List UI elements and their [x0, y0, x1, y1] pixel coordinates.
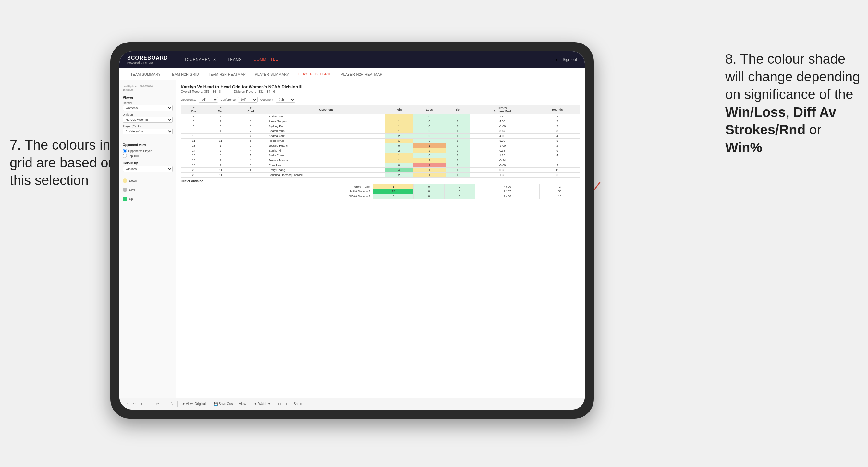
table-row: 633 Sydney Kuo 100 -1.003: [181, 124, 580, 129]
toolbar-view-original[interactable]: 👁 View: Original: [180, 401, 207, 406]
toolbar-watch[interactable]: 👁 Watch ▾: [253, 401, 271, 406]
legend-row-up: Up: [123, 197, 173, 201]
division-record: Division Record: 331 - 34 - 6: [234, 90, 275, 93]
nav-right: ›| Sign out: [556, 57, 577, 63]
filter-opponent-select[interactable]: (All): [276, 97, 295, 102]
legend-dot-down: [123, 179, 127, 183]
logo-sub: Powered by clippd: [127, 61, 168, 64]
filter-opponents-label: Opponents:: [181, 98, 196, 101]
annotation-bold-1: Win/Loss: [725, 104, 785, 120]
table-row: 311 Esther Lee 101 1.504: [181, 114, 580, 119]
nav-committee[interactable]: COMMITTEE: [248, 51, 284, 68]
toolbar-share[interactable]: Share: [292, 401, 304, 406]
sign-out-link[interactable]: Sign out: [563, 57, 577, 62]
toolbar-grid[interactable]: ⊞: [147, 401, 153, 406]
player-rank-label: Player (Rank): [123, 125, 173, 128]
col-tie: Tie: [445, 105, 470, 114]
annotation-bold-3: Win%: [725, 140, 762, 155]
nav-teams[interactable]: TEAMS: [222, 51, 248, 68]
out-of-division-table: Foreign Team 100 4.5002 NAIA Division 1 …: [181, 184, 580, 199]
tablet-frame: SCOREBOARD Powered by clippd TOURNAMENTS…: [110, 42, 594, 418]
main-content: Last Updated: 27/03/2024 16:55:38 Player…: [119, 81, 585, 398]
table-row: 1063 Andrea York 200 4.004: [181, 134, 580, 138]
radio-opponents-played[interactable]: Opponents Played: [123, 149, 173, 153]
legend-dot-up: [123, 197, 127, 201]
subnav-player-h2h-grid[interactable]: PLAYER H2H GRID: [294, 68, 336, 81]
table-row: 1311 Jessica Huang 010 -3.002: [181, 144, 580, 148]
legend-label-down: Down: [129, 179, 136, 182]
grid-title: Katelyn Vo Head-to-Head Grid for Women's…: [181, 84, 580, 89]
nav-links: TOURNAMENTS TEAMS COMMITTEE: [179, 51, 556, 68]
table-row: 1585 Stella Cheng 100 1.254: [181, 153, 580, 158]
division-select[interactable]: NCAA Division III: [123, 117, 173, 123]
table-row: NCAA Division 2 500 7.40010: [181, 194, 580, 199]
col-loss: Loss: [413, 105, 445, 114]
overall-record: Overall Record: 353 - 34 - 6: [181, 90, 221, 93]
nav-separator: ›|: [556, 57, 558, 63]
legend-row-level: Level: [123, 188, 173, 192]
toolbar-divider-2: [210, 401, 210, 407]
bottom-toolbar: ↩ ↪ ↩ ⊞ ✂ · ⏱ 👁 View: Original 💾 Save Cu…: [119, 398, 585, 410]
table-row: 20117 Federica Domecq Lacroze 210 1.336: [181, 173, 580, 178]
legend-label-level: Level: [129, 188, 136, 191]
toolbar-back[interactable]: ↩: [140, 401, 145, 406]
annotation-right: 8. The colour shade will change dependin…: [725, 50, 862, 157]
toolbar-divider-4: [274, 401, 274, 407]
out-of-division-header: Out of division: [181, 178, 580, 184]
logo-text: SCOREBOARD: [127, 55, 168, 61]
legend-dot-level: [123, 188, 127, 192]
subnav-team-h2h-grid[interactable]: TEAM H2H GRID: [165, 68, 204, 81]
panel-timestamp: Last Updated: 27/03/2024 16:55:38: [123, 84, 173, 92]
annotation-right-number: 8. The colour shade will change dependin…: [725, 51, 860, 102]
logo-area: SCOREBOARD Powered by clippd: [127, 55, 168, 64]
toolbar-redo[interactable]: ↪: [132, 401, 137, 406]
tablet-screen: SCOREBOARD Powered by clippd TOURNAMENTS…: [119, 51, 585, 410]
filter-row: Opponents: (All) Conference (All) Oppone…: [181, 97, 580, 102]
subnav-player-summary[interactable]: PLAYER SUMMARY: [250, 68, 294, 81]
table-row: 522 Alexis Sudjianto 100 4.003: [181, 119, 580, 124]
table-row: 11115 Heejo Hyun 100 3.333: [181, 138, 580, 144]
toolbar-undo[interactable]: ↩: [124, 401, 129, 406]
nav-tournaments[interactable]: TOURNAMENTS: [179, 51, 222, 68]
subnav-team-summary[interactable]: TEAM SUMMARY: [126, 68, 165, 81]
col-win: Win: [385, 105, 413, 114]
table-row: 1822 Euna Lee 010 -5.002: [181, 163, 580, 168]
toolbar-export[interactable]: ⊡: [277, 401, 282, 406]
opponent-view-title: Opponent view: [123, 143, 173, 147]
main-data-table: #Div #Reg #Conf Opponent Win Loss Tie Di…: [181, 105, 580, 178]
subnav-team-h2h-heatmap[interactable]: TEAM H2H HEATMAP: [204, 68, 250, 81]
table-row: NAIA Division 1 1500 9.26730: [181, 189, 580, 194]
sub-nav: TEAM SUMMARY TEAM H2H GRID TEAM H2H HEAT…: [119, 68, 585, 81]
table-row: 1474 Eunice Yi 220 0.389: [181, 148, 580, 153]
col-conf: #Conf: [235, 105, 267, 114]
colour-by-select[interactable]: Win/loss: [123, 166, 173, 172]
player-section-title: Player: [123, 95, 173, 99]
player-rank-select[interactable]: 8. Katelyn Vo: [123, 128, 173, 134]
legend-label-up: Up: [129, 197, 133, 200]
nav-bar: SCOREBOARD Powered by clippd TOURNAMENTS…: [119, 51, 585, 68]
col-opponent: Opponent: [267, 105, 385, 114]
col-div: #Div: [181, 105, 206, 114]
col-diff: Diff AvStrokes/Rnd: [470, 105, 535, 114]
division-label: Division: [123, 113, 173, 116]
radio-top100[interactable]: Top 100: [123, 154, 173, 158]
filter-opponents-select[interactable]: (All): [198, 97, 218, 102]
gender-select[interactable]: Women's: [123, 105, 173, 111]
gender-label: Gender: [123, 101, 173, 104]
left-panel: Last Updated: 27/03/2024 16:55:38 Player…: [119, 81, 176, 398]
toolbar-dot[interactable]: ·: [163, 401, 166, 406]
col-reg: #Reg: [206, 105, 235, 114]
colour-by-title: Colour by: [123, 161, 173, 165]
table-row: Foreign Team 100 4.5002: [181, 184, 580, 189]
table-row: 1621 Jessica Mason 120 -0.94: [181, 158, 580, 163]
toolbar-save-custom[interactable]: 💾 Save Custom View: [213, 401, 247, 406]
table-row: 914 Sharon Mun 100 3.673: [181, 129, 580, 134]
legend-row: Down: [123, 179, 173, 183]
toolbar-cut[interactable]: ✂: [155, 401, 160, 406]
toolbar-share-grid[interactable]: ⊞: [285, 401, 290, 406]
filter-conference-select[interactable]: (All): [238, 97, 258, 102]
toolbar-clock[interactable]: ⏱: [169, 401, 175, 406]
filter-conference-label: Conference: [221, 98, 236, 101]
table-row: 20116 Emily Chang 410 0.3011: [181, 168, 580, 173]
subnav-player-h2h-heatmap[interactable]: PLAYER H2H HEATMAP: [336, 68, 387, 81]
